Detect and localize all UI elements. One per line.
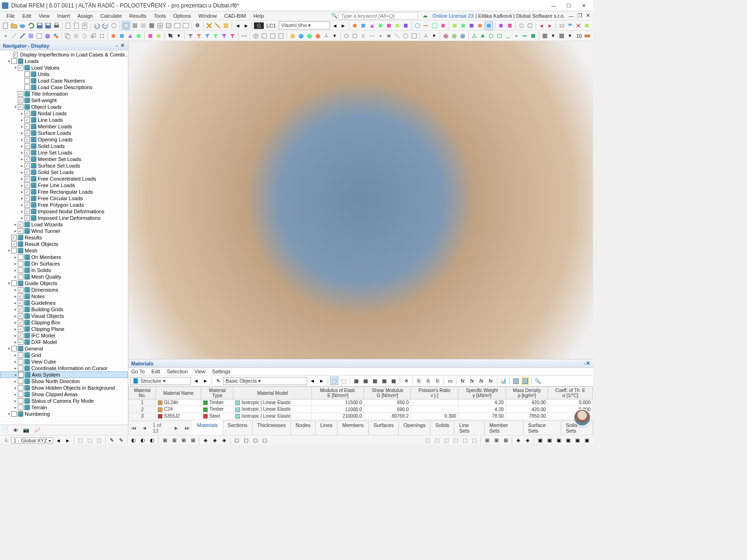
tree-checkbox[interactable] — [18, 65, 23, 70]
mat-tc-icon[interactable]: ▦ — [371, 377, 379, 385]
filter-d-icon[interactable] — [212, 32, 219, 40]
tool-b-icon[interactable] — [359, 21, 367, 30]
table-tab[interactable]: Solids — [430, 421, 454, 435]
t2d-icon[interactable] — [135, 32, 142, 40]
tree-checkbox[interactable] — [18, 352, 23, 358]
tree-checkbox[interactable] — [18, 372, 24, 378]
tree-checkbox[interactable] — [11, 58, 17, 64]
tree-node[interactable]: ▾Load Values — [0, 64, 128, 71]
doc2-icon[interactable] — [73, 21, 80, 30]
bt-zd-icon[interactable]: ▣ — [545, 436, 554, 445]
tree-expander-icon[interactable]: ▸ — [13, 392, 18, 397]
tree-checkbox[interactable] — [24, 215, 30, 221]
tool-f-icon[interactable] — [394, 21, 401, 30]
tree-checkbox[interactable] — [18, 104, 23, 110]
table-header[interactable]: Material Name — [156, 387, 201, 399]
tree-node[interactable]: ▾Guide Objects — [0, 280, 128, 287]
tree-expander-icon[interactable]: ▸ — [13, 294, 18, 299]
bt-u-icon[interactable]: ▢ — [251, 436, 260, 445]
table-header[interactable]: Modulus of Elast.E [N/mm²] — [312, 387, 364, 399]
tree-expander-icon[interactable]: ▸ — [13, 366, 18, 371]
tree-expander-icon[interactable]: ▸ — [13, 405, 18, 410]
table-tab[interactable]: Thicknesses — [253, 421, 291, 435]
tool-h-icon[interactable] — [414, 21, 421, 30]
tree-checkbox[interactable] — [13, 52, 18, 57]
tree-expander-icon[interactable]: ▸ — [13, 379, 18, 384]
filter-b-icon[interactable] — [195, 32, 203, 40]
tool-r-icon[interactable] — [506, 21, 513, 30]
mat-ta-icon[interactable]: ▦ — [352, 377, 360, 385]
bt-z8-icon[interactable]: ⊞ — [492, 436, 500, 445]
mat-menu-edit[interactable]: Edit — [151, 369, 160, 374]
tree-expander-icon[interactable]: ▸ — [13, 222, 18, 227]
box3d-b-icon[interactable] — [297, 32, 305, 40]
tree-expander-icon[interactable]: ▸ — [13, 301, 18, 305]
view-top-icon[interactable] — [261, 32, 268, 40]
lc-prev2-icon[interactable]: ◄ — [331, 21, 338, 30]
tree-checkbox[interactable] — [24, 143, 30, 149]
bt-i-icon[interactable]: ◐ — [129, 436, 138, 445]
tree-node[interactable]: ▸Load Wizards — [0, 221, 128, 228]
tool-k-icon[interactable] — [439, 21, 447, 30]
tree-expander-icon[interactable]: ▸ — [20, 150, 24, 155]
tree-node[interactable]: Results — [0, 234, 128, 241]
tab-first-icon[interactable]: ⏮ — [128, 424, 139, 432]
tree-expander-icon[interactable]: ▸ — [20, 196, 24, 201]
menu-edit[interactable]: Edit — [19, 12, 35, 20]
mat-fx2-icon[interactable]: fx — [468, 377, 476, 385]
tree-expander-icon[interactable]: ▾ — [7, 248, 11, 253]
tree-node[interactable]: ▸Member Loads — [0, 123, 128, 130]
mat-export-icon[interactable]: 📊 — [499, 377, 507, 385]
mat-num-icon[interactable]: 🔢 — [512, 377, 520, 385]
arrow-right-red-icon[interactable]: ► — [546, 21, 554, 30]
view-front-icon[interactable] — [269, 32, 276, 40]
print-icon[interactable] — [53, 21, 60, 30]
snap-i-icon[interactable] — [410, 32, 418, 40]
tree-checkbox[interactable] — [24, 117, 30, 123]
support-c-icon[interactable] — [487, 32, 495, 40]
tree-expander-icon[interactable]: ▾ — [13, 105, 18, 109]
tool-l-icon[interactable] — [451, 21, 458, 30]
snap-d-icon[interactable] — [368, 32, 376, 40]
tree-checkbox[interactable] — [11, 346, 17, 351]
save-as-icon[interactable] — [44, 21, 52, 30]
support-f-icon[interactable] — [513, 32, 520, 40]
tool-c-icon[interactable] — [368, 21, 376, 30]
bt-k-icon[interactable]: ◐ — [148, 436, 156, 445]
tree-node[interactable]: ▸Free Rectangular Loads — [0, 189, 128, 195]
bt-zc-icon[interactable]: ▣ — [536, 436, 544, 445]
tree-checkbox[interactable] — [24, 150, 30, 155]
t2c-icon[interactable] — [127, 32, 134, 40]
mat-tb-icon[interactable]: ▦ — [361, 377, 370, 385]
bt-s-icon[interactable]: ▢ — [233, 436, 241, 445]
table-header[interactable]: MaterialType — [201, 387, 233, 399]
arrow-left-red-icon[interactable]: ◄ — [538, 21, 545, 30]
box-a-icon[interactable] — [442, 32, 450, 40]
box3d-a-icon[interactable] — [289, 32, 296, 40]
table-tab[interactable]: Sections — [223, 421, 253, 435]
table-header[interactable]: Mass Densityρ [kg/m³] — [506, 387, 548, 399]
support-d-icon[interactable] — [496, 32, 503, 40]
select-icon[interactable] — [167, 32, 174, 40]
bt-z7-icon[interactable]: ⊞ — [483, 436, 491, 445]
tree-expander-icon[interactable]: ▸ — [13, 320, 18, 325]
table-tab[interactable]: Line Sets — [454, 421, 485, 435]
support-h-icon[interactable] — [529, 32, 537, 40]
node-icon[interactable] — [2, 32, 9, 40]
last-f-icon[interactable] — [584, 32, 591, 40]
mat-te-icon[interactable]: ▦ — [389, 377, 398, 385]
tool-o-icon[interactable] — [476, 21, 484, 30]
tree-node[interactable]: ▸Imposed Nodal Deformations — [0, 208, 128, 215]
tree-checkbox[interactable] — [18, 405, 23, 410]
copy-icon[interactable] — [64, 32, 71, 40]
view-mesh-icon[interactable] — [156, 21, 164, 30]
tree-node[interactable]: ▸Solid Set Loads — [0, 169, 128, 175]
tree-expander-icon[interactable]: ▸ — [13, 353, 18, 357]
bt-r-icon[interactable]: ◈ — [220, 436, 228, 445]
save-icon[interactable] — [36, 21, 43, 30]
mat-tg-icon[interactable]: ⎘ — [415, 377, 423, 385]
tree-expander-icon[interactable]: ▸ — [13, 314, 18, 318]
redo-icon[interactable] — [102, 21, 109, 30]
tool-m-icon[interactable] — [459, 21, 467, 30]
history-icon[interactable] — [110, 21, 118, 30]
